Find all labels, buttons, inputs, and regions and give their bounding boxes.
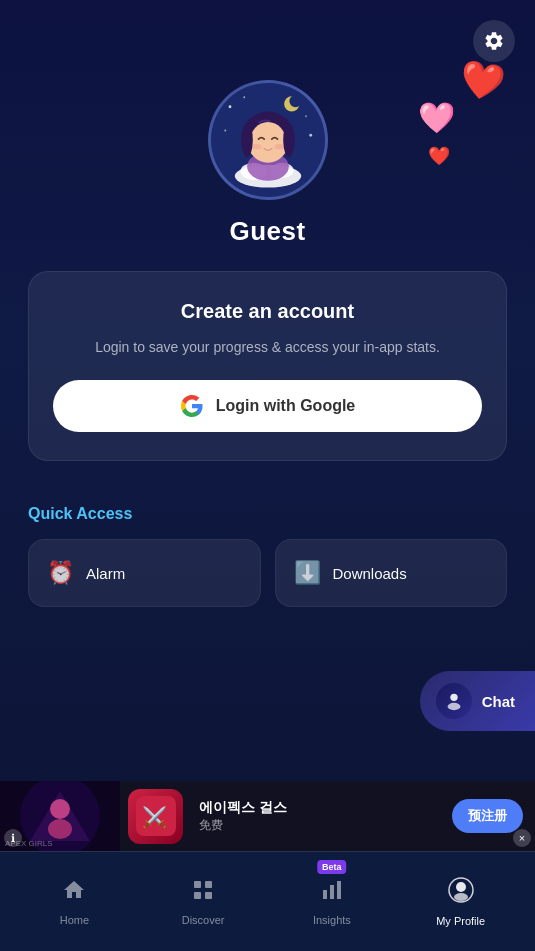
ad-banner: APEX GIRLS ⚔️ 에이펙스 걸스 免费 预注册 ℹ × <box>0 781 535 851</box>
svg-point-4 <box>305 115 307 117</box>
profile-icon <box>448 877 474 909</box>
svg-point-6 <box>309 134 312 137</box>
ad-text: 에이펙스 걸스 免费 <box>191 799 452 834</box>
nav-discover-label: Discover <box>182 914 225 926</box>
nav-insights[interactable]: Beta Insights <box>268 868 397 936</box>
chat-avatar-icon <box>443 690 465 712</box>
svg-point-28 <box>48 819 72 839</box>
main-content: ❤️ 🩷 ❤️ <box>0 0 535 851</box>
nav-my-profile[interactable]: My Profile <box>396 867 525 937</box>
svg-point-27 <box>50 799 70 819</box>
svg-point-20 <box>251 144 261 150</box>
quick-access-title: Quick Access <box>28 505 507 523</box>
quick-access-alarm[interactable]: ⏰ Alarm <box>28 539 261 607</box>
svg-rect-32 <box>194 881 201 888</box>
svg-rect-37 <box>330 885 334 899</box>
ad-game-title: 에이펙스 걸스 <box>199 799 444 817</box>
heart-icon-2: 🩷 <box>418 100 455 135</box>
svg-point-8 <box>289 95 301 107</box>
svg-rect-38 <box>337 881 341 899</box>
ad-cta-button[interactable]: 预注册 <box>452 799 523 833</box>
gear-icon <box>483 30 505 52</box>
avatar <box>208 80 328 200</box>
heart-icon-3: ❤️ <box>428 145 450 167</box>
nav-insights-label: Insights <box>313 914 351 926</box>
svg-point-2 <box>243 96 245 98</box>
ad-game-subtitle: 免费 <box>199 817 444 834</box>
avatar-image <box>211 80 325 200</box>
svg-text:⚔️: ⚔️ <box>142 805 167 829</box>
nav-profile-label: My Profile <box>436 915 485 927</box>
alarm-icon: ⏰ <box>47 560 74 586</box>
nav-home-label: Home <box>60 914 89 926</box>
downloads-label: Downloads <box>333 565 407 582</box>
ad-info-icon[interactable]: ℹ <box>4 829 22 847</box>
ad-close-icon[interactable]: × <box>513 829 531 847</box>
svg-point-40 <box>456 882 466 892</box>
beta-badge: Beta <box>317 860 347 874</box>
svg-rect-35 <box>205 892 212 899</box>
chat-label: Chat <box>482 693 515 710</box>
svg-point-5 <box>224 130 226 132</box>
nav-discover[interactable]: Discover <box>139 868 268 936</box>
alarm-label: Alarm <box>86 565 125 582</box>
svg-point-22 <box>450 694 457 701</box>
svg-point-23 <box>447 703 460 710</box>
discover-icon <box>191 878 215 908</box>
quick-access-section: Quick Access ⏰ Alarm ⬇️ Downloads <box>0 485 535 607</box>
google-btn-label: Login with Google <box>216 397 356 415</box>
heart-icon-1: ❤️ <box>457 56 509 105</box>
svg-rect-34 <box>194 892 201 899</box>
settings-button[interactable] <box>473 20 515 62</box>
google-login-button[interactable]: Login with Google <box>53 380 482 432</box>
svg-point-17 <box>249 122 285 162</box>
insights-icon <box>320 880 344 907</box>
chat-avatar <box>436 683 472 719</box>
svg-point-19 <box>283 123 294 157</box>
ad-game-icon: ⚔️ <box>128 789 183 844</box>
download-icon: ⬇️ <box>294 560 321 586</box>
quick-access-grid: ⏰ Alarm ⬇️ Downloads <box>28 539 507 607</box>
account-card: Create an account Login to save your pro… <box>28 271 507 461</box>
game-icon-image: ⚔️ <box>136 796 176 836</box>
home-icon <box>62 878 86 908</box>
nav-home[interactable]: Home <box>10 868 139 936</box>
bottom-nav: Home Discover Beta <box>0 851 535 951</box>
svg-rect-36 <box>323 890 327 899</box>
svg-point-41 <box>454 893 468 901</box>
google-logo-icon <box>180 394 204 418</box>
username-label: Guest <box>229 216 305 247</box>
chat-bubble[interactable]: Chat <box>420 671 535 731</box>
svg-point-21 <box>274 144 284 150</box>
account-card-title: Create an account <box>53 300 482 323</box>
svg-point-1 <box>228 105 231 108</box>
svg-point-18 <box>241 123 252 157</box>
account-card-subtitle: Login to save your progress & access you… <box>53 337 482 358</box>
quick-access-downloads[interactable]: ⬇️ Downloads <box>275 539 508 607</box>
svg-rect-33 <box>205 881 212 888</box>
